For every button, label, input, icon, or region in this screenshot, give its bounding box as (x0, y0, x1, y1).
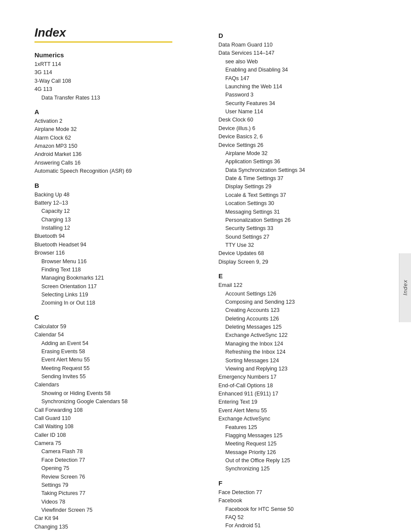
index-entry: Managing the Inbox 124 (218, 340, 385, 348)
index-entry: Data Roam Guard 110 (218, 41, 385, 49)
left-sections: Numerics1xRTT 1143G 1143-Way Call 1084G … (34, 51, 201, 532)
index-entry: Calculator 59 (34, 323, 201, 331)
index-entry: Call Forwarding 108 (34, 406, 201, 414)
index-entry: Call Waiting 108 (34, 423, 201, 431)
index-entry: Display Screen 9, 29 (218, 258, 385, 266)
index-section: BBacking Up 48Battery 12–13Capacity 12Ch… (34, 182, 201, 308)
side-tab: Index (399, 253, 411, 322)
index-entry: Date & Time Settings 37 (218, 174, 385, 183)
index-entry: Bluetooth 94 (34, 232, 201, 240)
index-entry: Sound Settings 27 (218, 233, 385, 241)
index-entry: Changing 135 (34, 523, 201, 531)
index-entry: Enabling and Disabling 34 (218, 66, 385, 74)
index-entry: Installing 12 (34, 224, 201, 232)
index-entry: Personalization Settings 26 (218, 216, 385, 224)
index-entry: Finding Text 118 (34, 266, 201, 274)
index-entry: Charging 13 (34, 216, 201, 224)
index-entry: Locale & Text Settings 37 (218, 191, 385, 199)
index-entry: Viewfinder Screen 75 (34, 506, 201, 514)
index-entry: End-of-Call Options 18 (218, 382, 385, 390)
index-entry: Exchange ActiveSync (218, 415, 385, 423)
section-letter: F (218, 479, 385, 487)
index-entry: Event Alert Menu 55 (218, 407, 385, 415)
index-entry: 3G 114 (34, 68, 201, 77)
index-entry: Screen Orientation 117 (34, 283, 201, 291)
index-entry: Desk Clock 60 (218, 116, 385, 124)
index-entry: Taking Pictures 77 (34, 489, 201, 498)
index-entry: Airplane Mode 32 (218, 149, 385, 158)
index-entry: Calendar 54 (34, 331, 201, 339)
index-entry: Opening 75 (34, 464, 201, 473)
index-entry: Entering Text 19 (218, 398, 385, 406)
index-entry: Activation 2 (34, 117, 201, 125)
index-entry: Features 125 (218, 423, 385, 432)
index-section: DData Roam Guard 110Data Services 114–14… (218, 32, 385, 266)
page-title: Index (34, 26, 201, 40)
index-entry: Review Screen 76 (34, 473, 201, 481)
index-entry: Launching the Web 114 (218, 83, 385, 91)
index-section: EEmail 122Account Settings 126Composing … (218, 272, 385, 473)
index-entry: Battery 12–13 (34, 199, 201, 207)
index-entry: User Name 114 (218, 108, 385, 116)
index-entry: Account Settings 126 (218, 290, 385, 298)
index-entry: FAQ 52 (218, 513, 385, 522)
index-entry: Synchronizing Google Calendars 58 (34, 398, 201, 406)
index-entry: Car Kit 94 (34, 514, 201, 523)
index-entry: 1xRTT 114 (34, 60, 201, 68)
index-entry: Message Priority 126 (218, 448, 385, 457)
right-sections: DData Roam Guard 110Data Services 114–14… (218, 32, 385, 532)
index-entry: Messaging Settings 31 (218, 208, 385, 216)
index-entry: Sending Invites 55 (34, 373, 201, 381)
index-entry: Erasing Events 58 (34, 348, 201, 356)
main-content: Index Numerics1xRTT 1143G 1143-Way Call … (34, 26, 385, 532)
index-entry: Device Settings 26 (218, 141, 385, 149)
side-tab-label: Index (402, 280, 408, 296)
section-letter: C (34, 314, 201, 321)
index-entry: Camera Flash 78 (34, 448, 201, 456)
index-entry: Call Guard 110 (34, 414, 201, 423)
index-entry: Synchronizing 125 (218, 465, 385, 473)
page: Index Numerics1xRTT 1143G 1143-Way Call … (0, 0, 411, 532)
index-entry: 4G 113 (34, 85, 201, 93)
index-entry: Zooming In or Out 118 (34, 299, 201, 307)
index-entry: Camera 75 (34, 439, 201, 448)
index-entry: Bluetooth Headset 94 (34, 241, 201, 249)
index-entry: Browser 116 (34, 249, 201, 257)
index-entry: Event Alert Menu 55 (34, 356, 201, 364)
index-entry: Amazon MP3 150 (34, 142, 201, 150)
index-entry: Device Basics 2, 6 (218, 133, 385, 141)
index-entry: Face Detection 77 (218, 488, 385, 497)
index-entry: Airplane Mode 32 (34, 125, 201, 134)
index-section: Numerics1xRTT 1143G 1143-Way Call 1084G … (34, 51, 201, 102)
index-section: CCalculator 59Calendar 54Adding an Event… (34, 314, 201, 532)
right-column: DData Roam Guard 110Data Services 114–14… (218, 26, 385, 532)
index-entry: Caller ID 108 (34, 431, 201, 439)
section-letter: Numerics (34, 51, 201, 59)
title-underline (34, 41, 172, 43)
index-entry: Facebook for HTC Sense 50 (218, 505, 385, 513)
index-entry: Managing Bookmarks 121 (34, 274, 201, 282)
section-letter: A (34, 108, 201, 115)
index-entry: Security Features 34 (218, 100, 385, 108)
index-entry: Alarm Clock 62 (34, 134, 201, 142)
index-entry: Data Synchronization Settings 34 (218, 166, 385, 174)
index-entry: Meeting Request 125 (218, 440, 385, 448)
index-entry: Device (illus.) 6 (218, 124, 385, 133)
index-entry: Deleting Accounts 126 (218, 315, 385, 323)
section-letter: D (218, 32, 385, 39)
index-entry: Application Settings 36 (218, 158, 385, 166)
left-column: Index Numerics1xRTT 1143G 1143-Way Call … (34, 26, 201, 532)
index-entry: Capacity 12 (34, 207, 201, 215)
index-section: FFace Detection 77FacebookFacebook for H… (218, 479, 385, 532)
index-entry: Device Updates 68 (218, 249, 385, 258)
index-entry: Sorting Messages 124 (218, 357, 385, 365)
index-entry: Face Detection 77 (34, 456, 201, 464)
index-entry: Browser Menu 116 (34, 258, 201, 266)
index-entry: Automatic Speech Recognition (ASR) 69 (34, 167, 201, 175)
index-entry: FAQs 147 (218, 75, 385, 83)
index-entry: Showing or Hiding Events 58 (34, 389, 201, 398)
index-entry: Data Transfer Rates 113 (34, 94, 201, 102)
index-entry: For Android 51 (218, 522, 385, 530)
index-entry: Out of the Office Reply 125 (218, 457, 385, 465)
section-letter: E (218, 272, 385, 280)
